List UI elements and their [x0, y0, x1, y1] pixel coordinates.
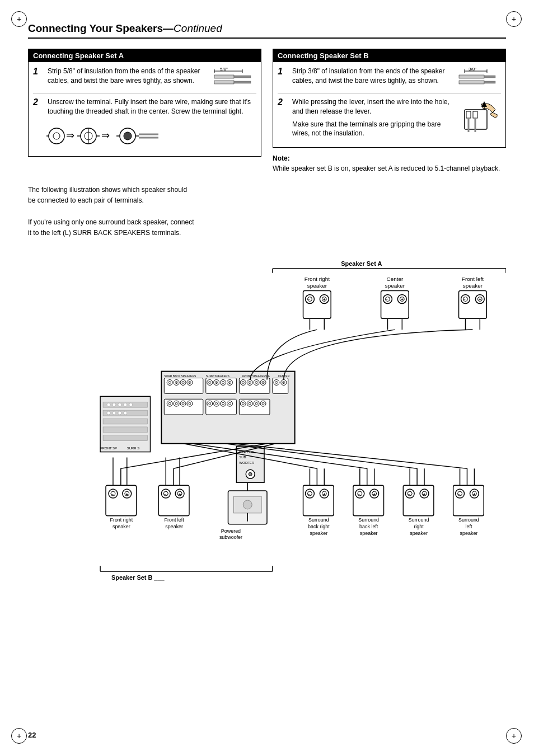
- svg-text:FRONT SPEAKERS A: FRONT SPEAKERS A: [242, 375, 270, 378]
- svg-point-84: [113, 411, 116, 415]
- svg-text:Center: Center: [387, 276, 404, 282]
- svg-text:+: +: [216, 382, 218, 385]
- svg-text:speaker: speaker: [307, 283, 327, 289]
- svg-rect-31: [484, 81, 495, 83]
- svg-text:Front left: Front left: [462, 276, 484, 282]
- receiver-small-panel: FRONT SP SURR S: [100, 396, 150, 452]
- speaker-set-b-svg-label: Speaker Set B ___: [111, 574, 165, 581]
- svg-point-81: [129, 403, 133, 406]
- description-text: The following illustration shows which s…: [28, 185, 196, 238]
- svg-text:+: +: [262, 382, 264, 385]
- top-speaker-center: Center speaker − +: [381, 276, 409, 330]
- step-a1-num: 1: [33, 67, 43, 89]
- svg-text:−: −: [463, 298, 466, 303]
- svg-text:−: −: [222, 382, 223, 385]
- svg-rect-88: [103, 427, 147, 433]
- svg-point-178: [243, 500, 252, 509]
- svg-text:SURR BACK SPEAKERS: SURR BACK SPEAKERS: [164, 375, 196, 378]
- svg-text:+: +: [473, 492, 476, 497]
- svg-text:speaker: speaker: [460, 530, 478, 536]
- note-section: Note: While speaker set B is on, speaker…: [273, 153, 506, 173]
- corner-mark-tr: [506, 11, 523, 28]
- svg-text:SURR SPEAKERS: SURR SPEAKERS: [206, 375, 230, 378]
- svg-text:speaker: speaker: [113, 524, 130, 529]
- svg-point-169: [262, 402, 264, 405]
- svg-point-9: [53, 133, 60, 139]
- svg-point-163: [242, 402, 244, 405]
- svg-point-160: [228, 402, 231, 405]
- svg-text:+: +: [323, 298, 326, 303]
- svg-text:−: −: [242, 382, 243, 385]
- svg-text:speaker: speaker: [165, 524, 183, 529]
- svg-point-167: [255, 402, 257, 405]
- svg-rect-5: [234, 76, 251, 78]
- two-col-instructions: Connecting Speaker Set A 1 Strip 5/8" of…: [28, 49, 506, 173]
- step-b1-text: Strip 3/8" of insulation from the ends o…: [292, 67, 452, 89]
- svg-text:+: +: [373, 492, 376, 497]
- svg-point-86: [124, 411, 127, 415]
- speaker-set-b-col: Connecting Speaker Set B 1 Strip 3/8" of…: [273, 49, 506, 173]
- svg-text:Surround: Surround: [308, 517, 329, 523]
- surround-right-speaker: − + Surround right speaker: [403, 468, 434, 536]
- step-b2-img: [462, 97, 501, 138]
- speaker-set-b-body: 1 Strip 3/8" of insulation from the ends…: [273, 62, 505, 147]
- step-b2-text1: While pressing the lever, insert the wir…: [292, 98, 449, 115]
- top-speaker-front-left: Front left speaker − +: [459, 276, 487, 330]
- step-b2-num: 2: [278, 97, 288, 138]
- surround-left-speaker: − + Surround left speaker: [453, 468, 484, 536]
- svg-point-145: [168, 402, 171, 405]
- svg-rect-28: [459, 75, 484, 78]
- speaker-set-b-box: Connecting Speaker Set B 1 Strip 3/8" of…: [273, 49, 506, 148]
- svg-text:−: −: [208, 382, 210, 385]
- svg-text:Front left: Front left: [165, 517, 185, 523]
- svg-text:Surround: Surround: [358, 517, 379, 523]
- svg-text:−: −: [255, 382, 257, 385]
- svg-text:+: +: [401, 298, 404, 303]
- svg-point-175: [249, 472, 252, 476]
- svg-point-8: [49, 128, 64, 144]
- lever-illustration: [462, 98, 501, 138]
- svg-text:speaker: speaker: [463, 283, 483, 289]
- svg-rect-87: [103, 419, 147, 424]
- svg-text:back right: back right: [308, 524, 330, 529]
- speaker-set-a-col: Connecting Speaker Set A 1 Strip 5/8" of…: [28, 49, 261, 173]
- step-a1-content: Strip 5/8" of insulation from the ends o…: [48, 67, 200, 84]
- svg-text:right: right: [414, 524, 424, 529]
- corner-mark-bl: [11, 728, 28, 745]
- step-b1-img: 3/8": [456, 67, 501, 89]
- svg-point-85: [118, 411, 121, 415]
- svg-text:+: +: [283, 382, 285, 385]
- step-a2-text: Unscrew the terminal. Fully insert the b…: [48, 97, 256, 116]
- svg-point-83: [107, 411, 110, 415]
- svg-rect-6: [214, 81, 234, 84]
- svg-text:FRONT SP: FRONT SP: [100, 447, 117, 450]
- svg-point-79: [118, 403, 121, 406]
- svg-point-19: [124, 132, 132, 140]
- svg-text:−: −: [168, 382, 170, 385]
- svg-text:speaker: speaker: [385, 283, 405, 289]
- powered-subwoofer: Powered subwoofer: [219, 482, 267, 540]
- step-b2-row: 2 While pressing the lever, insert the w…: [278, 97, 501, 138]
- receiver-main-panel: SURR BACK SPEAKERS SURR SPEAKERS FRONT S…: [161, 372, 294, 444]
- title-continued: Continued: [174, 22, 222, 34]
- svg-text:+: +: [125, 492, 128, 497]
- svg-text:WOOFER: WOOFER: [239, 462, 254, 465]
- svg-rect-30: [459, 81, 484, 84]
- page-container: Connecting Your Speakers—Continued Conne…: [0, 0, 534, 756]
- speaker-set-b-header: Connecting Speaker Set B: [273, 49, 505, 62]
- svg-text:speaker: speaker: [410, 530, 428, 536]
- step-b1-content: Strip 3/8" of insulation from the ends o…: [292, 67, 444, 84]
- svg-point-156: [216, 402, 218, 405]
- desc-line1: The following illustration shows which s…: [28, 185, 196, 206]
- step-b2-text2-content: Make sure that the terminals are grippin…: [292, 120, 441, 138]
- svg-text:−: −: [111, 492, 114, 497]
- svg-text:−: −: [407, 492, 410, 497]
- svg-point-80: [124, 403, 127, 406]
- svg-text:Front right: Front right: [110, 517, 133, 523]
- svg-text:−: −: [457, 492, 460, 497]
- svg-rect-34: [473, 111, 477, 118]
- step-b1-num: 1: [278, 67, 288, 89]
- svg-text:−: −: [182, 382, 184, 385]
- svg-rect-7: [234, 81, 251, 83]
- svg-text:⇒: ⇒: [66, 130, 74, 141]
